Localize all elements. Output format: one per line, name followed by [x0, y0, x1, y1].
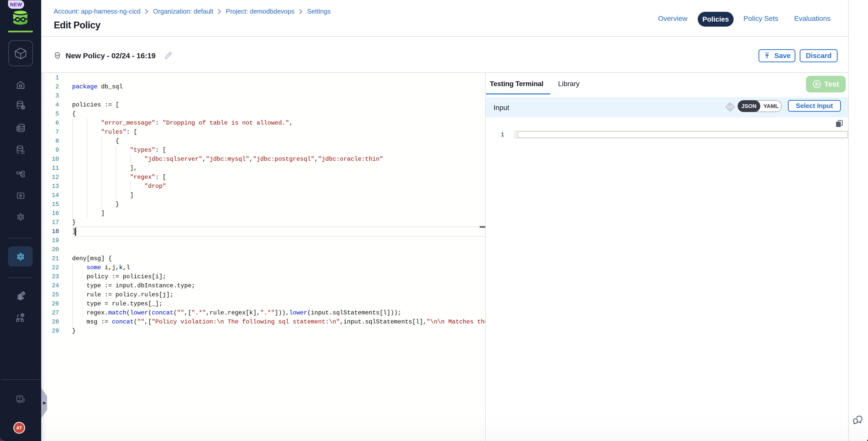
- svg-text:?: ?: [18, 396, 21, 401]
